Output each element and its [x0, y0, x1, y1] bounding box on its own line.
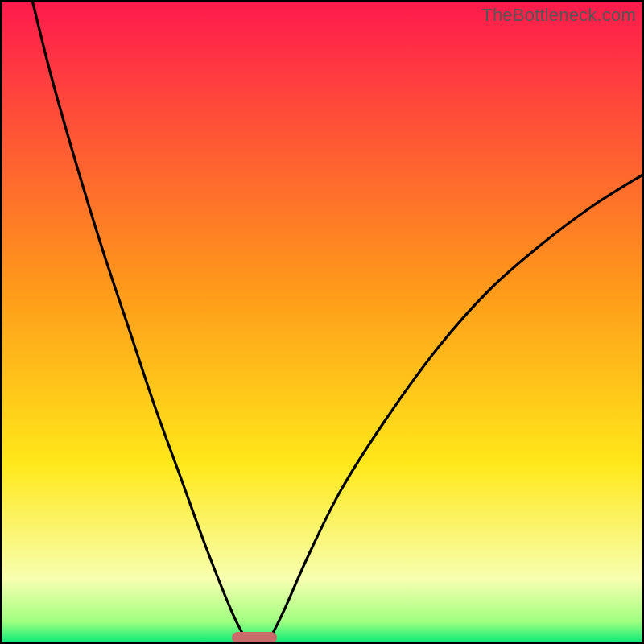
gradient-background	[0, 0, 644, 644]
optimum-marker	[232, 632, 277, 643]
chart-svg	[0, 0, 644, 644]
bottleneck-chart: TheBottleneck.com	[0, 0, 644, 644]
watermark-text: TheBottleneck.com	[481, 5, 636, 26]
